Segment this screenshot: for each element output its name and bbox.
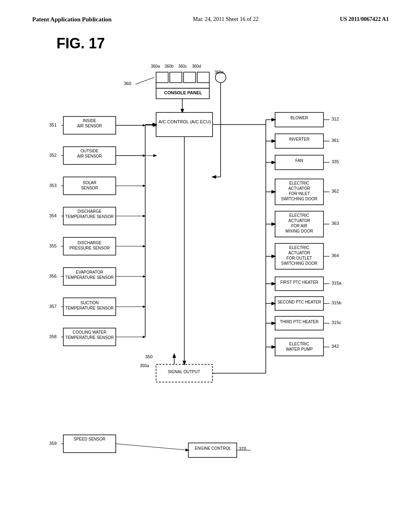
ref-315a: 315a <box>332 281 341 285</box>
ref-315c: 315c <box>332 320 341 325</box>
sensor-354-label: DISCHARGETEMPERATURE SENSOR <box>65 209 115 219</box>
ref-370: 370 <box>239 446 246 451</box>
ref-354: 354 <box>49 213 56 218</box>
output-water-pump: ELECTRICWATER PUMP <box>276 341 322 352</box>
output-second-ptc: SECOND PTC HEATER <box>276 300 322 304</box>
sensor-353-label: SOLARSENSOR <box>65 180 115 191</box>
svg-rect-2 <box>184 72 196 83</box>
sensor-359-label: SPEED SENSOR <box>65 436 115 442</box>
label-360c: 360c <box>178 64 187 69</box>
signal-output-label: SIGNAL OUTPUT <box>158 370 210 374</box>
ref-350a: 350a <box>140 364 149 368</box>
sensor-351-label: INSIDEAIR SENSOR <box>65 118 115 129</box>
ref-352: 352 <box>49 153 56 158</box>
ref-353: 353 <box>49 183 56 188</box>
output-third-ptc: THIRD PTC HEATER <box>276 320 322 324</box>
header-right: US 2011/0067422 A1 <box>340 16 389 23</box>
ref-312: 312 <box>332 116 339 121</box>
ref-358: 358 <box>49 334 56 339</box>
sensor-352-label: OUTSIDEAIR SENSOR <box>65 148 115 159</box>
label-360d: 360d <box>192 64 201 69</box>
ref-362: 362 <box>332 189 339 193</box>
ref-363: 363 <box>332 221 339 226</box>
sensor-356-label: EVAPORATORTEMPERATURE SENSOR <box>65 270 115 280</box>
ref-355: 355 <box>49 243 56 248</box>
svg-line-63 <box>116 444 188 450</box>
sensor-358-label: COOLING WATERTEMPERATURE SENSOR <box>65 330 115 340</box>
ref-359: 359 <box>49 441 56 446</box>
output-blower: BLOWER <box>276 116 322 120</box>
label-360e: 360e <box>215 70 223 75</box>
ref-350: 350 <box>145 354 152 359</box>
ref-335: 335 <box>332 159 339 164</box>
ref-361: 361 <box>332 138 339 143</box>
console-panel-label: CONSOLE PANEL <box>158 90 208 95</box>
header-left: Patent Application Publication <box>32 16 112 23</box>
header: Patent Application Publication Mar. 24, … <box>32 16 389 23</box>
ref-356: 356 <box>49 274 56 278</box>
output-fan: FAN <box>276 158 322 163</box>
output-actuator-inlet: ELECTRICACTUATORFOR INLETSWITCHING DOOR <box>276 181 322 202</box>
output-actuator-outlet: ELECTRICACTUATORFOR OUTLETSWITCHING DOOR <box>276 245 322 266</box>
label-360a: 360a <box>151 64 160 69</box>
ac-ecu-label: A/C CONTROL (A/C ECU) <box>157 119 212 125</box>
ref-315b: 315b <box>332 300 341 305</box>
svg-rect-3 <box>197 72 209 83</box>
header-center: Mar. 24, 2011 Sheet 16 of 22 <box>193 16 259 23</box>
ref-357: 357 <box>49 304 56 309</box>
output-first-ptc: FIRST PTC HEATER <box>276 280 322 285</box>
label-360b: 360b <box>165 64 173 69</box>
svg-line-12 <box>136 77 154 84</box>
sensor-357-label: SUCTIONTEMPERATURE SENSOR <box>65 300 115 311</box>
page: Patent Application Publication Mar. 24, … <box>0 0 413 532</box>
fig-title: FIG. 17 <box>56 35 389 52</box>
engine-control-label: ENGINE CONTROL <box>190 446 236 451</box>
ref-364: 364 <box>332 253 339 258</box>
output-inverter: INVERTER <box>276 137 322 141</box>
ref-342: 342 <box>332 344 339 349</box>
svg-rect-0 <box>156 72 168 83</box>
sensor-355-label: DISCHARGEPRESSURE SENSOR <box>65 240 115 251</box>
label-360: 360 <box>124 81 131 86</box>
diagram-container: 360a 360b 360c 360d 360e 360 CONSOLE PAN… <box>37 60 384 483</box>
svg-rect-1 <box>170 72 182 83</box>
output-actuator-air: ELECTRICACTUATORFOR AIRMIXING DOOR <box>276 213 322 234</box>
ref-351: 351 <box>49 123 56 127</box>
